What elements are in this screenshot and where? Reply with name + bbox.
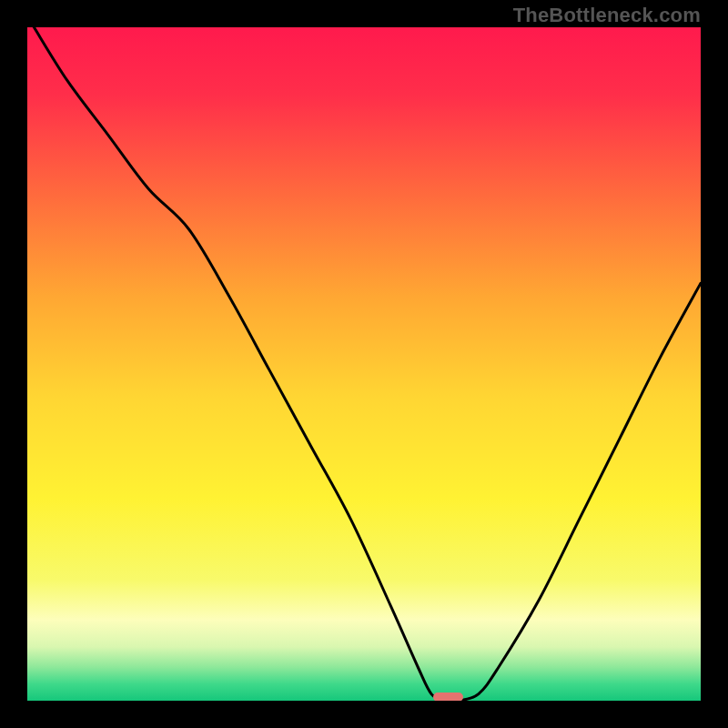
plot-area <box>27 27 701 701</box>
watermark-text: TheBottleneck.com <box>513 4 701 27</box>
bottleneck-curve <box>27 27 701 701</box>
optimal-marker <box>433 693 463 701</box>
chart-frame: TheBottleneck.com <box>0 0 728 728</box>
